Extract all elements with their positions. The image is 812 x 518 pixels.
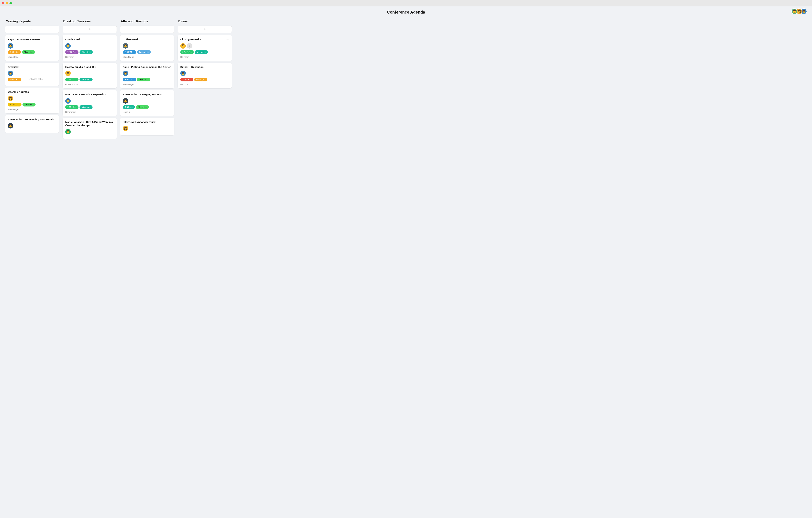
avatar-user-1[interactable]: 👩 bbox=[791, 8, 798, 15]
tag-resource: Microph... bbox=[22, 50, 35, 54]
tag-time: 3:00 - 4:... bbox=[123, 78, 136, 81]
tag-time: 9:00 - 9:... bbox=[8, 78, 21, 81]
board: Morning Keynote + Registration/Meet & Gr… bbox=[0, 16, 812, 145]
card-location: Main stage bbox=[8, 108, 57, 111]
column-breakout-sessions: Breakout Sessions + Lunch Break 👨 12:00-… bbox=[63, 20, 117, 140]
tag-resource: Microph... bbox=[80, 78, 92, 81]
column-header-afternoon-keynote: Afternoon Keynote bbox=[120, 20, 174, 23]
tag-time: 730PM-... bbox=[180, 78, 193, 81]
card-coffee-break: Coffee Break 👨 2:00PM ... Laptop o... Ma… bbox=[120, 35, 174, 61]
user-avatars: 👩 👩 👨 bbox=[791, 8, 807, 15]
card-title: International Brands & Expansion bbox=[65, 93, 114, 96]
card-tags: 9:00 - 9:... Microph... bbox=[8, 50, 57, 54]
card-title: Breakfast bbox=[8, 65, 57, 69]
card-title: Panel: Putting Consumers in the Center bbox=[123, 65, 172, 69]
add-card-breakout-sessions[interactable]: + bbox=[63, 26, 117, 33]
card-location: Lincoln bbox=[123, 111, 172, 113]
avatar: 👨 bbox=[65, 43, 71, 49]
avatar: 👩 bbox=[180, 43, 186, 49]
tag-resource: Other (p... bbox=[194, 78, 207, 81]
tag-resource: Microph... bbox=[137, 78, 150, 81]
avatar: 👩 bbox=[65, 71, 71, 76]
card-title: Closing Remarks bbox=[180, 38, 229, 41]
card-market-analysis: Market Analysis: How 5 Brand Won in a Cr… bbox=[63, 118, 117, 139]
avatar: 👨 bbox=[180, 71, 186, 76]
card-intl-brands: International Brands & Expansion 👨 1:15 … bbox=[63, 90, 117, 116]
separator bbox=[23, 78, 26, 81]
avatar: 👩 bbox=[123, 126, 128, 131]
column-morning-keynote: Morning Keynote + Registration/Meet & Gr… bbox=[5, 20, 59, 135]
card-tags: 3:00 - 4:... Microph... bbox=[123, 78, 172, 81]
card-title: Presentation: Forecasting New Trends bbox=[8, 118, 57, 121]
card-location: Main stage bbox=[8, 56, 57, 58]
avatar: 👨 bbox=[123, 98, 128, 104]
avatar-placeholder: ⊞ bbox=[187, 43, 192, 49]
card-tags: 9:00 - 9:... Entrance patio bbox=[8, 78, 57, 81]
tag-time: 6PM-7:3... bbox=[180, 50, 194, 54]
card-location: Ballroom bbox=[65, 56, 114, 58]
card-forecasting: Presentation: Forecasting New Trends 👨 bbox=[5, 115, 59, 133]
card-tags: 10:00 - 1... Microph... bbox=[8, 103, 57, 107]
card-location: Green Room bbox=[65, 83, 114, 86]
card-title: How to Build a Brand 101 bbox=[65, 65, 114, 69]
avatar: 👩 bbox=[8, 96, 13, 101]
avatar: 👨 bbox=[123, 71, 128, 76]
card-location-inline: Entrance patio bbox=[28, 78, 42, 81]
card-tags: 1:15 - 2:... Microph... bbox=[65, 105, 114, 109]
card-tags: 12:00-1:... Other (p... bbox=[65, 50, 114, 54]
app-header: Conference Agenda 👩 👩 👨 bbox=[0, 6, 812, 16]
card-title: Presentation: Emerging Markets bbox=[123, 93, 172, 96]
card-location: Boardroom bbox=[65, 111, 114, 113]
card-lunch-break: Lunch Break 👨 12:00-1:... Other (p... Ba… bbox=[63, 35, 117, 61]
card-dinner-reception: Dinner + Reception 👨 730PM-... Other (p.… bbox=[178, 63, 232, 88]
card-panel-consumers: Panel: Putting Consumers in the Center 👨… bbox=[120, 63, 174, 88]
tag-time: 12:00-1:... bbox=[65, 50, 79, 54]
tag-time: 1:15 - 2:... bbox=[65, 78, 79, 81]
app-container: Conference Agenda 👩 👩 👨 Morning Keynote … bbox=[0, 6, 812, 518]
card-breakfast: Breakfast 👨 9:00 - 9:... Entrance patio bbox=[5, 63, 59, 86]
avatar-group: 👩 ⊞ bbox=[180, 43, 229, 49]
card-tags: 2:00PM ... Laptop o... bbox=[123, 50, 172, 54]
add-card-afternoon-keynote[interactable]: + bbox=[120, 26, 174, 33]
close-button[interactable] bbox=[2, 2, 4, 4]
avatar: 👨 bbox=[65, 98, 71, 104]
card-registration: Registration/Meet & Greets 👨 9:00 - 9:..… bbox=[5, 35, 59, 61]
card-closing-remarks: ··· Closing Remarks 👩 ⊞ 6PM-7:3... Micro… bbox=[178, 35, 232, 61]
avatar: 👨 bbox=[123, 43, 128, 49]
minimize-button[interactable] bbox=[6, 2, 8, 4]
card-location: Main Stage bbox=[123, 56, 172, 58]
tag-resource: Microph... bbox=[23, 103, 35, 107]
card-title: Dinner + Reception bbox=[180, 65, 229, 69]
card-opening-address: Opening Address 👩 10:00 - 1... Microph..… bbox=[5, 87, 59, 113]
page-title: Conference Agenda bbox=[387, 10, 425, 15]
tag-time: 2:00PM ... bbox=[123, 50, 136, 54]
tag-time: 9:00 - 9:... bbox=[8, 50, 21, 54]
tag-resource: Laptop o... bbox=[137, 50, 151, 54]
card-brand-101: How to Build a Brand 101 👩 1:15 - 2:... … bbox=[63, 63, 117, 88]
avatar: 👩 bbox=[65, 129, 71, 134]
add-card-dinner[interactable]: + bbox=[178, 26, 232, 33]
avatar: 👨 bbox=[8, 71, 13, 76]
card-tags: 1:15 - 2:... Microph... bbox=[65, 78, 114, 81]
avatar: 👨 bbox=[8, 43, 13, 49]
tag-resource: Microph... bbox=[195, 50, 208, 54]
card-menu-button[interactable]: ··· bbox=[226, 37, 229, 41]
card-title: Coffee Break bbox=[123, 38, 172, 41]
titlebar bbox=[0, 0, 812, 6]
tag-time: 10:00 - 1... bbox=[8, 103, 22, 107]
tag-resource: Microph... bbox=[80, 105, 92, 109]
card-tags: 6PM-7:3... Microph... bbox=[180, 50, 229, 54]
column-dinner: Dinner + ··· Closing Remarks 👩 ⊞ 6PM-7:3… bbox=[178, 20, 232, 90]
card-title: Market Analysis: How 5 Brand Won in a Cr… bbox=[65, 120, 114, 127]
maximize-button[interactable] bbox=[9, 2, 12, 4]
tag-time: 4:30-5:... bbox=[123, 105, 135, 109]
avatar: 👨 bbox=[8, 123, 13, 129]
card-location: Ballroom bbox=[180, 83, 229, 86]
card-title: Registration/Meet & Greets bbox=[8, 38, 57, 41]
tag-resource: Microph... bbox=[136, 105, 149, 109]
add-card-morning-keynote[interactable]: + bbox=[5, 26, 59, 33]
card-location: Ballroom bbox=[180, 56, 229, 58]
card-location: Main stage bbox=[123, 83, 172, 86]
card-title: Interview: Lynda Velazquez bbox=[123, 120, 172, 124]
card-tags: 730PM-... Other (p... bbox=[180, 78, 229, 81]
